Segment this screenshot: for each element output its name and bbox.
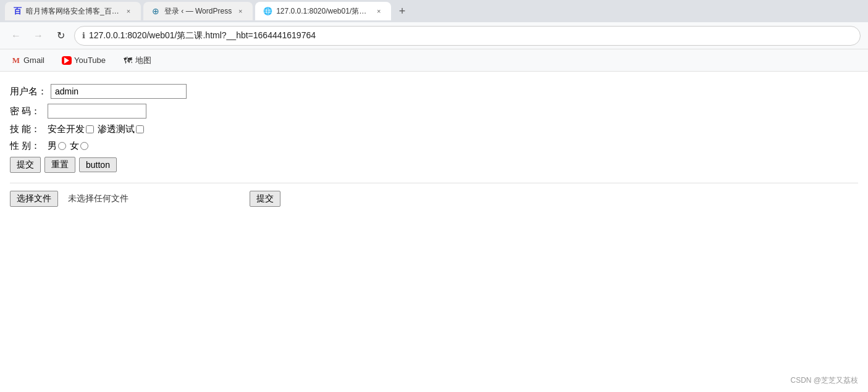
forward-button[interactable]: →	[30, 27, 47, 44]
lock-icon: ℹ	[82, 31, 85, 40]
gender-female-radio[interactable]	[80, 142, 88, 150]
maps-icon: 🗺	[123, 56, 133, 65]
tab3-close-icon[interactable]: ×	[374, 6, 384, 16]
skill1-checkbox[interactable]	[86, 125, 94, 133]
title-bar: 百 暗月博客网络安全博客_百度搜索 × ⊕ 登录 ‹ — WordPress ×…	[0, 0, 868, 22]
skills-row: 技 能： 安全开发 渗透测试	[10, 123, 858, 135]
username-row: 用户名：	[10, 84, 858, 99]
choose-file-button[interactable]: 选择文件	[10, 191, 58, 207]
address-bar[interactable]: ℹ 127.0.0.1:8020/web01/第二课.html?__hbt=16…	[74, 26, 861, 46]
form-section: 用户名： 密 码： 技 能： 安全开发 渗透测试	[10, 84, 858, 173]
form-buttons-row: 提交 重置 button	[10, 157, 858, 173]
password-row: 密 码：	[10, 104, 858, 119]
reset-button[interactable]: 重置	[44, 157, 75, 173]
tab3-title: 127.0.0.1:8020/web01/第二课.h	[276, 6, 370, 17]
username-label: 用户名：	[10, 86, 47, 98]
wordpress-favicon-icon: ⊕	[151, 6, 161, 16]
page-content: 用户名： 密 码： 技 能： 安全开发 渗透测试	[0, 72, 868, 392]
reload-button[interactable]: ↻	[52, 27, 69, 44]
maps-label: 地图	[135, 55, 151, 66]
baidu-favicon-icon: 百	[12, 6, 22, 16]
youtube-icon	[62, 56, 72, 65]
skill2-checkbox[interactable]	[136, 125, 144, 133]
password-label: 密 码：	[10, 106, 44, 117]
gender-female-label: 女	[70, 140, 88, 152]
tab-baidu[interactable]: 百 暗月博客网络安全博客_百度搜索 ×	[5, 2, 141, 20]
youtube-label: YouTube	[74, 56, 106, 65]
bookmarks-bar: M Gmail YouTube 🗺 地图	[0, 49, 868, 72]
skills-label: 技 能：	[10, 123, 44, 135]
new-tab-button[interactable]: +	[394, 2, 411, 20]
watermark: CSDN @芝芝又荔枝	[790, 375, 858, 386]
bookmark-youtube[interactable]: YouTube	[58, 54, 109, 67]
tab-wordpress[interactable]: ⊕ 登录 ‹ — WordPress ×	[143, 2, 253, 20]
file-submit-button[interactable]: 提交	[250, 191, 280, 207]
address-text: 127.0.0.1:8020/web01/第二课.html?__hbt=1664…	[89, 30, 316, 41]
back-button[interactable]: ←	[7, 27, 25, 44]
globe-favicon-icon: 🌐	[263, 6, 272, 16]
tab1-close-icon[interactable]: ×	[124, 6, 133, 16]
no-file-text: 未选择任何文件	[68, 193, 129, 204]
browser-window: 百 暗月博客网络安全博客_百度搜索 × ⊕ 登录 ‹ — WordPress ×…	[0, 0, 868, 392]
file-section: 选择文件 未选择任何文件 提交	[10, 191, 858, 207]
skill2-label: 渗透测试	[98, 123, 144, 135]
generic-button[interactable]: button	[79, 157, 117, 172]
password-input[interactable]	[48, 104, 146, 119]
gender-row: 性 别： 男 女	[10, 140, 858, 152]
tab1-title: 暗月博客网络安全博客_百度搜索	[26, 6, 120, 17]
gmail-icon: M	[11, 56, 21, 65]
gender-male-radio[interactable]	[58, 142, 66, 150]
bookmark-maps[interactable]: 🗺 地图	[119, 54, 155, 67]
tab2-title: 登录 ‹ — WordPress	[164, 6, 232, 17]
gender-label: 性 别：	[10, 140, 44, 152]
username-input[interactable]	[51, 84, 187, 99]
tab-local-active[interactable]: 🌐 127.0.0.1:8020/web01/第二课.h ×	[255, 2, 391, 20]
nav-bar: ← → ↻ ℹ 127.0.0.1:8020/web01/第二课.html?__…	[0, 22, 868, 49]
submit-button[interactable]: 提交	[10, 157, 41, 173]
tab2-close-icon[interactable]: ×	[235, 6, 245, 16]
bookmark-gmail[interactable]: M Gmail	[7, 54, 48, 67]
section-divider	[10, 183, 858, 183]
gender-male-label: 男	[48, 140, 66, 152]
gmail-label: Gmail	[23, 56, 44, 65]
skill1-label: 安全开发	[48, 123, 94, 135]
